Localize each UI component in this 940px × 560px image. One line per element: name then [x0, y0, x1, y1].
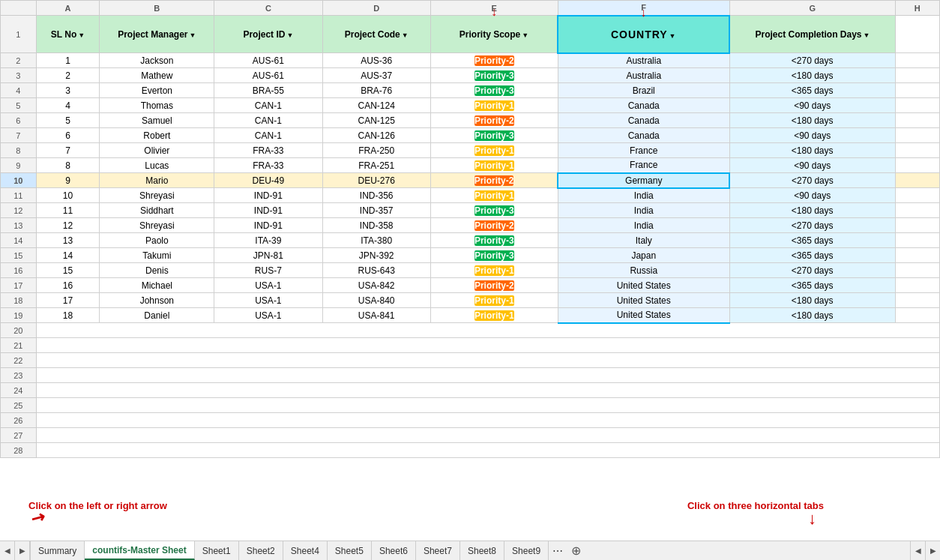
- col-header-a: A: [36, 1, 100, 16]
- cell-country-16: United States: [558, 278, 729, 293]
- cell-days-8: <90 days: [729, 158, 895, 173]
- row-num-18: 18: [1, 293, 37, 308]
- tab-sheet2[interactable]: Sheet2: [239, 541, 283, 560]
- row-num-5: 5: [1, 98, 37, 113]
- header-priority: ↓ Priority Scope▼: [430, 16, 558, 53]
- tab-sheet8[interactable]: Sheet8: [460, 541, 504, 560]
- row-num-2: 2: [1, 53, 37, 68]
- scroll-right-btn[interactable]: ▶: [925, 541, 940, 560]
- grid-area[interactable]: A B C D E F G H 1 SL No▼ Proj: [0, 0, 940, 541]
- cell-pid-14: JPN-81: [214, 248, 322, 263]
- cell-pm-3: Everton: [100, 83, 214, 98]
- cell-pid-3: BRA-55: [214, 83, 322, 98]
- cell-sl-9: 9: [36, 173, 100, 188]
- row-num-16: 16: [1, 263, 37, 278]
- cell-pm-15: Denis: [100, 263, 214, 278]
- cell-days-9: <270 days: [729, 173, 895, 188]
- cell-sl-6: 6: [36, 128, 100, 143]
- cell-pid-2: AUS-61: [214, 68, 322, 83]
- row-num-28: 28: [1, 443, 37, 458]
- tab-summary[interactable]: Summary: [30, 541, 85, 560]
- cell-priority-7: Priority-1: [430, 143, 558, 158]
- header-country: ↓ COUNTRY▼: [558, 16, 729, 53]
- row-num-6: 6: [1, 113, 37, 128]
- cell-pid-5: CAN-1: [214, 113, 322, 128]
- table-row: 3 2 Mathew AUS-61 AUS-37 Priority-3 Aust…: [1, 68, 940, 83]
- empty-row-20: 20: [1, 323, 940, 338]
- row-num-11: 11: [1, 188, 37, 203]
- cell-pm-11: Siddhart: [100, 203, 214, 218]
- row-num-1: 1: [1, 16, 37, 53]
- tab-add-button[interactable]: ⊕: [567, 541, 585, 560]
- col-header-d: D: [322, 1, 430, 16]
- tab-countifs[interactable]: countifs-Master Sheet: [85, 541, 194, 560]
- cell-country-1: Australia: [558, 53, 729, 68]
- row-num-7: 7: [1, 128, 37, 143]
- cell-h-16: [895, 278, 939, 293]
- tab-sheet7[interactable]: Sheet7: [416, 541, 460, 560]
- table-header-row: 1 SL No▼ Project Manager▼ Project ID▼ Pr…: [1, 16, 940, 53]
- cell-h-10: [895, 188, 939, 203]
- cell-country-14: Japan: [558, 248, 729, 263]
- cell-days-13: <365 days: [729, 233, 895, 248]
- cell-pc-1: AUS-36: [322, 53, 430, 68]
- cell-priority-9: Priority-2: [430, 173, 558, 188]
- row-num-14: 14: [1, 233, 37, 248]
- cell-country-18: United States: [558, 308, 729, 323]
- tab-sheet1[interactable]: Sheet1: [195, 541, 239, 560]
- cell-country-8: France: [558, 158, 729, 173]
- row-num-13: 13: [1, 218, 37, 233]
- empty-row-28: 28: [1, 443, 940, 458]
- cell-h-7: [895, 143, 939, 158]
- cell-pm-9: Mario: [100, 173, 214, 188]
- row-num-23: 23: [1, 368, 37, 383]
- cell-pc-4: CAN-124: [322, 98, 430, 113]
- cell-days-6: <90 days: [729, 128, 895, 143]
- cell-days-11: <180 days: [729, 203, 895, 218]
- tab-sheet5[interactable]: Sheet5: [328, 541, 372, 560]
- spreadsheet: A B C D E F G H 1 SL No▼ Proj: [0, 0, 940, 560]
- cell-priority-4: Priority-1: [430, 98, 558, 113]
- tab-sheet4[interactable]: Sheet4: [283, 541, 328, 560]
- empty-row-27: 27: [1, 428, 940, 443]
- table-row: 13 12 Shreyasi IND-91 IND-358 Priority-2…: [1, 218, 940, 233]
- row-num-22: 22: [1, 353, 37, 368]
- cell-sl-18: 18: [36, 308, 100, 323]
- cell-days-17: <180 days: [729, 293, 895, 308]
- tab-sheet9[interactable]: Sheet9: [504, 541, 549, 560]
- cell-days-18: <180 days: [729, 308, 895, 323]
- cell-priority-2: Priority-3: [430, 68, 558, 83]
- cell-days-10: <90 days: [729, 188, 895, 203]
- row-num-3: 3: [1, 68, 37, 83]
- cell-h-15: [895, 263, 939, 278]
- table-row: 11 10 Shreyasi IND-91 IND-356 Priority-1…: [1, 188, 940, 203]
- tab-ellipsis-button[interactable]: ⋯: [549, 541, 567, 560]
- cell-days-3: <365 days: [729, 83, 895, 98]
- col-header-h: H: [895, 1, 939, 16]
- cell-days-16: <365 days: [729, 278, 895, 293]
- cell-h-9: [895, 173, 939, 188]
- table-row: 16 15 Denis RUS-7 RUS-643 Priority-1 Rus…: [1, 263, 940, 278]
- cell-sl-15: 15: [36, 263, 100, 278]
- cell-days-4: <90 days: [729, 98, 895, 113]
- row-num-21: 21: [1, 338, 37, 353]
- empty-row-24: 24: [1, 383, 940, 398]
- tab-nav-left[interactable]: ◀: [0, 541, 15, 560]
- cell-pc-9: DEU-276: [322, 173, 430, 188]
- cell-days-12: <270 days: [729, 218, 895, 233]
- cell-days-5: <180 days: [729, 113, 895, 128]
- cell-sl-1: 1: [36, 53, 100, 68]
- cell-days-14: <365 days: [729, 248, 895, 263]
- cell-pid-12: IND-91: [214, 218, 322, 233]
- tab-sheet6[interactable]: Sheet6: [372, 541, 416, 560]
- cell-priority-15: Priority-1: [430, 263, 558, 278]
- cell-sl-8: 8: [36, 158, 100, 173]
- cell-pid-18: USA-1: [214, 308, 322, 323]
- row-num-24: 24: [1, 383, 37, 398]
- cell-pid-6: CAN-1: [214, 128, 322, 143]
- cell-sl-12: 12: [36, 218, 100, 233]
- scroll-left-btn[interactable]: ◀: [910, 541, 925, 560]
- cell-pm-1: Jackson: [100, 53, 214, 68]
- cell-pm-7: Olivier: [100, 143, 214, 158]
- tab-nav-right[interactable]: ▶: [15, 541, 30, 560]
